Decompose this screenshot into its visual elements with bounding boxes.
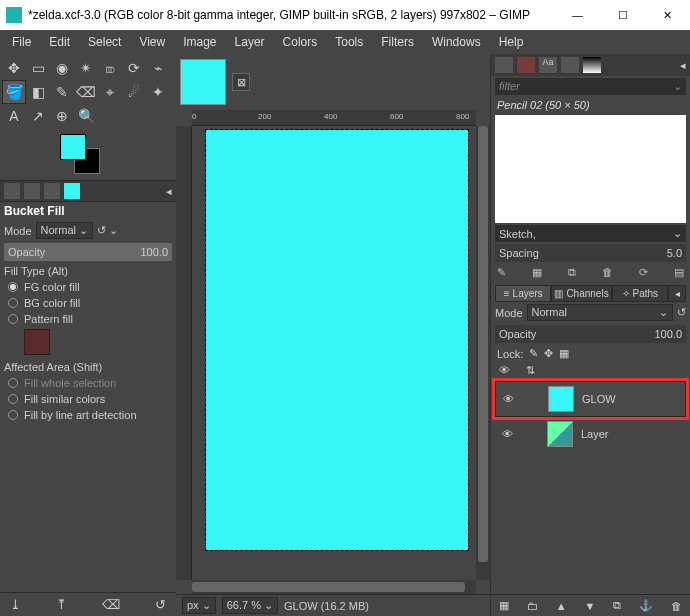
dock-tab-history-icon[interactable] bbox=[44, 183, 60, 199]
tool-clone[interactable]: ⌖ bbox=[98, 80, 122, 104]
tab-paths[interactable]: ✧Paths bbox=[612, 285, 668, 302]
canvas-page[interactable] bbox=[206, 130, 468, 550]
dock-menu-icon[interactable]: ◂ bbox=[668, 285, 686, 302]
layer-delete-icon[interactable]: 🗑 bbox=[671, 600, 682, 612]
radio-fg-fill[interactable]: FG color fill bbox=[0, 279, 176, 295]
dock-tab-device-icon[interactable] bbox=[24, 183, 40, 199]
dock-tab-brushes-icon[interactable] bbox=[495, 57, 513, 73]
tab-layers[interactable]: ≡Layers bbox=[495, 285, 551, 302]
visibility-toggle-icon[interactable]: 👁 bbox=[500, 393, 516, 405]
dock-menu-icon[interactable]: ◂ bbox=[680, 59, 686, 72]
pattern-swatch[interactable] bbox=[24, 329, 50, 355]
minimize-button[interactable]: — bbox=[555, 0, 600, 30]
brush-delete-icon[interactable]: 🗑 bbox=[602, 266, 613, 279]
mode-select[interactable]: Normal ⌄ bbox=[36, 222, 94, 239]
tool-crop[interactable]: ⎄ bbox=[98, 56, 122, 80]
radio-bg-fill[interactable]: BG color fill bbox=[0, 295, 176, 311]
options-reset-icon[interactable]: ↺ bbox=[155, 597, 166, 612]
close-button[interactable]: ✕ bbox=[645, 0, 690, 30]
zoom-select[interactable]: 66.7 % ⌄ bbox=[222, 597, 278, 614]
brush-duplicate-icon[interactable]: ⧉ bbox=[568, 266, 576, 279]
menu-colors[interactable]: Colors bbox=[275, 33, 326, 51]
opacity-slider[interactable]: Opacity 100.0 bbox=[4, 243, 172, 261]
tool-bucket-fill[interactable]: 🪣 bbox=[2, 80, 26, 104]
brush-refresh-icon[interactable]: ⟳ bbox=[639, 266, 648, 279]
radio-similar-colors[interactable]: Fill similar colors bbox=[0, 391, 176, 407]
unit-select[interactable]: px ⌄ bbox=[182, 597, 216, 614]
dock-tab-image-icon[interactable] bbox=[64, 183, 80, 199]
tool-gradient[interactable]: ◧ bbox=[26, 80, 50, 104]
spacing-slider[interactable]: Spacing 5.0 bbox=[495, 244, 686, 262]
layer-mode-reset-icon[interactable]: ↺ bbox=[677, 306, 686, 319]
tool-measure[interactable]: ⊕ bbox=[50, 104, 74, 128]
dock-tab-patterns-icon[interactable] bbox=[517, 57, 535, 73]
options-save-icon[interactable]: ⤓ bbox=[10, 597, 21, 612]
layer-down-icon[interactable]: ▼ bbox=[584, 600, 595, 612]
radio-pattern-fill[interactable]: Pattern fill bbox=[0, 311, 176, 327]
dock-tab-fonts-icon[interactable]: Aa bbox=[539, 57, 557, 73]
radio-whole-selection[interactable]: Fill whole selection bbox=[0, 375, 176, 391]
brush-open-icon[interactable]: ▤ bbox=[674, 266, 684, 279]
brush-group-select[interactable]: Sketch, bbox=[499, 228, 536, 240]
tool-text[interactable]: A bbox=[2, 104, 26, 128]
menu-filters[interactable]: Filters bbox=[373, 33, 422, 51]
menu-tools[interactable]: Tools bbox=[327, 33, 371, 51]
menu-file[interactable]: File bbox=[4, 33, 39, 51]
brush-filter-input[interactable]: filter⌄ bbox=[495, 78, 686, 95]
tool-eraser[interactable]: ⌫ bbox=[74, 80, 98, 104]
lock-pixels-icon[interactable]: ✎ bbox=[529, 347, 538, 360]
ruler-horizontal[interactable]: 0 200 400 600 800 bbox=[192, 110, 476, 126]
lock-alpha-icon[interactable]: ▦ bbox=[559, 347, 569, 360]
layer-name[interactable]: Layer bbox=[581, 428, 609, 440]
radio-line-art[interactable]: Fill by line art detection bbox=[0, 407, 176, 423]
menu-edit[interactable]: Edit bbox=[41, 33, 78, 51]
tool-rotate[interactable]: ⟳ bbox=[122, 56, 146, 80]
tool-smudge[interactable]: ☄ bbox=[122, 80, 146, 104]
scrollbar-vertical[interactable] bbox=[476, 126, 490, 580]
lock-position-icon[interactable]: ✥ bbox=[544, 347, 553, 360]
tool-warp[interactable]: ⌁ bbox=[146, 56, 170, 80]
tool-pencil[interactable]: ✎ bbox=[50, 80, 74, 104]
layer-up-icon[interactable]: ▲ bbox=[556, 600, 567, 612]
layer-new-icon[interactable]: ▦ bbox=[499, 599, 509, 612]
tool-rect-select[interactable]: ▭ bbox=[26, 56, 50, 80]
menu-view[interactable]: View bbox=[131, 33, 173, 51]
tool-move[interactable]: ✥ bbox=[2, 56, 26, 80]
visibility-toggle-icon[interactable]: 👁 bbox=[499, 428, 515, 440]
mode-reset-icon[interactable]: ↺ ⌄ bbox=[97, 224, 118, 237]
brush-grid[interactable] bbox=[495, 115, 686, 223]
tool-color-picker[interactable]: ↗ bbox=[26, 104, 50, 128]
maximize-button[interactable]: ☐ bbox=[600, 0, 645, 30]
layer-row[interactable]: 👁 Layer bbox=[495, 417, 686, 451]
menu-help[interactable]: Help bbox=[491, 33, 532, 51]
layer-group-icon[interactable]: 🗀 bbox=[527, 600, 538, 612]
dock-tab-options-icon[interactable] bbox=[4, 183, 20, 199]
menu-layer[interactable]: Layer bbox=[227, 33, 273, 51]
layer-thumbnail[interactable] bbox=[548, 386, 574, 412]
canvas-area[interactable] bbox=[192, 126, 476, 580]
options-delete-icon[interactable]: ⌫ bbox=[102, 597, 120, 612]
dock-tab-history-icon[interactable] bbox=[561, 57, 579, 73]
tool-path[interactable]: ✦ bbox=[146, 80, 170, 104]
scrollbar-horizontal[interactable] bbox=[192, 580, 476, 594]
menu-select[interactable]: Select bbox=[80, 33, 129, 51]
tool-free-select[interactable]: ◉ bbox=[50, 56, 74, 80]
menu-image[interactable]: Image bbox=[175, 33, 224, 51]
layer-mode-select[interactable]: Normal⌄ bbox=[527, 304, 673, 321]
image-tab-thumbnail[interactable] bbox=[180, 59, 226, 105]
color-swatch[interactable] bbox=[60, 134, 100, 174]
layer-name[interactable]: GLOW bbox=[582, 393, 616, 405]
tab-channels[interactable]: ▥Channels bbox=[551, 285, 611, 302]
image-tab-close-icon[interactable]: ⊠ bbox=[232, 73, 250, 91]
layer-duplicate-icon[interactable]: ⧉ bbox=[613, 599, 621, 612]
menu-windows[interactable]: Windows bbox=[424, 33, 489, 51]
ruler-vertical[interactable] bbox=[176, 126, 192, 580]
layer-opacity-slider[interactable]: Opacity 100.0 bbox=[495, 325, 686, 343]
dock-menu-icon[interactable]: ◂ bbox=[166, 185, 172, 198]
tool-fuzzy-select[interactable]: ✴ bbox=[74, 56, 98, 80]
dock-tab-gradient-icon[interactable] bbox=[583, 57, 601, 73]
brush-edit-icon[interactable]: ✎ bbox=[497, 266, 506, 279]
layer-row[interactable]: 👁 GLOW bbox=[495, 381, 686, 417]
brush-new-icon[interactable]: ▦ bbox=[532, 266, 542, 279]
fg-color[interactable] bbox=[60, 134, 86, 160]
